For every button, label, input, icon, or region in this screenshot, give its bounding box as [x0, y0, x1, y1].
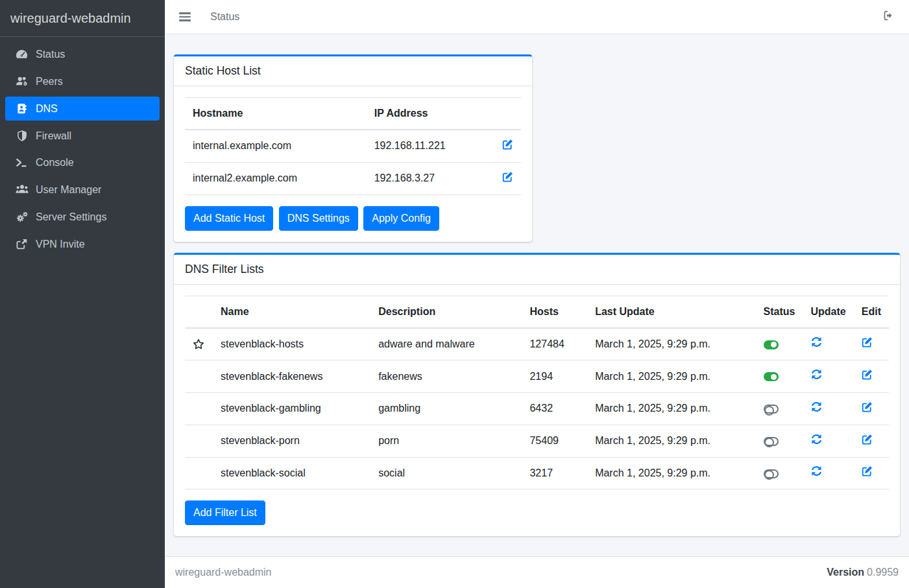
static-host-table: Hostname IP Address internal.example.com… [185, 97, 521, 195]
version-value: 0.9959 [867, 567, 899, 578]
update-list-button[interactable] [811, 465, 822, 481]
sidebar-item-console[interactable]: Console [5, 151, 160, 174]
col-edit [494, 98, 521, 130]
sidebar-item-label: Peers [36, 76, 63, 88]
sync-icon [811, 434, 822, 449]
filter-list-row: stevenblack-porn porn 75409 March 1, 202… [185, 425, 889, 457]
sync-icon [811, 336, 822, 352]
edit-list-button[interactable] [862, 434, 873, 449]
edit-list-button[interactable] [862, 465, 873, 481]
gears-icon [14, 211, 29, 223]
status-toggle[interactable] [764, 437, 779, 446]
sync-icon [811, 369, 822, 384]
col-ip-address: IP Address [367, 98, 494, 130]
brand-link[interactable]: wireguard-webadmin [0, 0, 165, 37]
ip-cell: 192.168.3.27 [367, 162, 494, 194]
description-cell: porn [370, 425, 522, 457]
hosts-cell: 3217 [522, 457, 587, 489]
sidebar-item-vpn-invite[interactable]: VPN Invite [5, 232, 160, 256]
description-cell: gambling [370, 393, 522, 425]
hosts-cell: 2194 [522, 360, 587, 393]
edit-icon [502, 171, 513, 187]
edit-host-button[interactable] [502, 139, 513, 154]
shield-icon [14, 130, 29, 142]
sign-out-button[interactable] [883, 10, 895, 24]
sidebar-item-dns[interactable]: DNS [5, 97, 160, 121]
edit-list-button[interactable] [862, 401, 873, 417]
col-edit: Edit [854, 296, 889, 328]
topbar: Status [165, 0, 909, 34]
star-icon[interactable] [193, 338, 205, 350]
sidebar-item-peers[interactable]: Peers [5, 69, 160, 93]
status-toggle[interactable] [764, 469, 779, 478]
sidebar-item-user-manager[interactable]: User Manager [5, 178, 160, 202]
hosts-cell: 6432 [522, 393, 587, 425]
dns-filter-lists-header: DNS Filter Lists [174, 255, 900, 285]
dns-settings-button[interactable]: DNS Settings [279, 206, 358, 231]
footer: wireguard-webadmin Version0.9959 [165, 556, 909, 588]
sidebar-item-server-settings[interactable]: Server Settings [5, 205, 160, 229]
filter-list-row: stevenblack-gambling gambling 6432 March… [185, 393, 889, 425]
dns-filter-lists-card: DNS Filter Lists Name Description H [174, 253, 900, 537]
hosts-cell: 127484 [522, 328, 587, 360]
sidebar-item-status[interactable]: Status [5, 42, 160, 66]
sidebar-nav: Status Peers DNS Firewall Console [0, 37, 165, 265]
topbar-nav-status[interactable]: Status [210, 11, 239, 23]
sidebar-item-label: Console [36, 157, 74, 169]
description-cell: adware and malware [370, 328, 522, 360]
update-list-button[interactable] [811, 369, 822, 384]
footer-brand: wireguard-webadmin [175, 567, 272, 578]
filter-list-row: stevenblack-fakenews fakenews 2194 March… [185, 360, 889, 393]
sidebar: wireguard-webadmin Status Peers DNS Fire… [0, 0, 165, 588]
name-cell: stevenblack-hosts [213, 328, 370, 360]
description-cell: social [370, 457, 522, 489]
last-update-cell: March 1, 2025, 9:29 p.m. [587, 360, 755, 393]
edit-icon [502, 139, 513, 154]
sidebar-item-label: VPN Invite [36, 239, 85, 250]
col-hosts: Hosts [522, 296, 587, 328]
update-list-button[interactable] [811, 434, 822, 449]
sidebar-item-firewall[interactable]: Firewall [5, 124, 160, 148]
col-status: Status [756, 296, 803, 328]
footer-version: Version0.9959 [827, 567, 899, 578]
last-update-cell: March 1, 2025, 9:29 p.m. [587, 393, 755, 425]
static-host-list-header: Static Host List [174, 56, 532, 86]
apply-config-button[interactable]: Apply Config [363, 206, 439, 231]
static-host-row: internal.example.com 192.168.11.221 [185, 130, 521, 162]
user-group-icon [14, 183, 29, 196]
content-area: Static Host List Hostname IP Address [165, 34, 909, 556]
status-toggle[interactable] [764, 372, 779, 381]
edit-list-button[interactable] [862, 336, 873, 352]
last-update-cell: March 1, 2025, 9:29 p.m. [587, 425, 755, 457]
sidebar-item-label: Firewall [36, 130, 71, 142]
address-book-icon [14, 102, 29, 115]
sync-icon [811, 465, 822, 481]
update-list-button[interactable] [811, 336, 822, 352]
status-toggle[interactable] [764, 405, 779, 414]
col-star [185, 296, 213, 328]
filter-list-row: stevenblack-hosts adware and malware 127… [185, 328, 889, 360]
status-toggle[interactable] [764, 340, 779, 349]
update-list-button[interactable] [811, 401, 822, 417]
add-static-host-button[interactable]: Add Static Host [185, 206, 273, 231]
edit-icon [862, 465, 873, 481]
tachometer-icon [14, 48, 29, 60]
hosts-cell: 75409 [522, 425, 587, 457]
static-host-row: internal2.example.com 192.168.3.27 [185, 162, 521, 194]
dns-filter-table: Name Description Hosts Last Update Statu… [185, 296, 889, 490]
sidebar-item-label: Status [36, 49, 65, 60]
add-filter-list-button[interactable]: Add Filter List [185, 500, 265, 525]
hostname-cell: internal2.example.com [185, 162, 367, 194]
name-cell: stevenblack-fakenews [213, 360, 370, 393]
sync-icon [811, 401, 822, 417]
edit-host-button[interactable] [502, 171, 513, 187]
col-description: Description [370, 296, 522, 328]
description-cell: fakenews [370, 360, 522, 393]
users-gear-icon [14, 75, 29, 88]
terminal-icon [14, 157, 29, 169]
edit-list-button[interactable] [862, 369, 873, 384]
menu-toggle-button[interactable] [179, 10, 191, 23]
col-name: Name [213, 296, 370, 328]
col-hostname: Hostname [185, 98, 367, 130]
col-last-update: Last Update [587, 296, 755, 328]
